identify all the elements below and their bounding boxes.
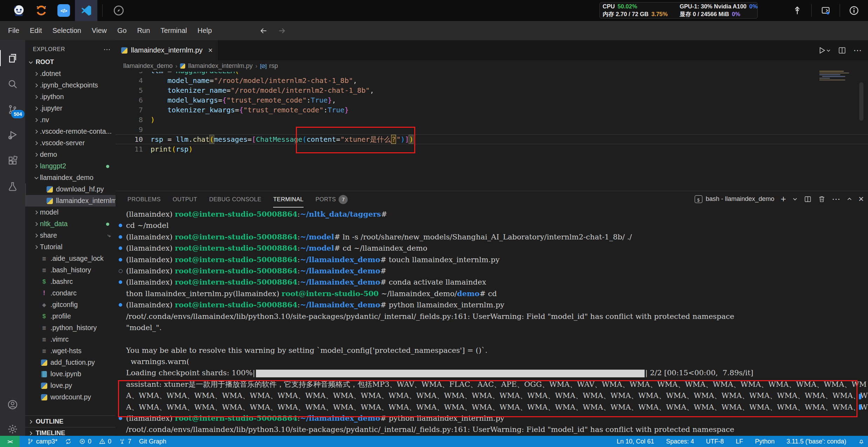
- command-decoration[interactable]: [119, 246, 122, 250]
- folder-item--ipynb-checkpoints[interactable]: .ipynb_checkpoints: [25, 79, 116, 91]
- breadcrumb-symbol[interactable]: rsp: [269, 62, 278, 70]
- nav-forward-icon[interactable]: [277, 26, 286, 35]
- command-decoration[interactable]: [119, 224, 122, 227]
- panel-more-icon[interactable]: ⋯: [832, 194, 840, 204]
- file-item--aide-usage-lock[interactable]: ≣.aide_usage_lock: [25, 253, 116, 264]
- testing-icon[interactable]: [0, 175, 25, 198]
- breadcrumb-folder[interactable]: llamaindex_demo: [123, 62, 173, 70]
- statusbar-item-bell[interactable]: [858, 438, 864, 445]
- menu-item-terminal[interactable]: Terminal: [155, 24, 192, 37]
- new-terminal-icon[interactable]: +: [781, 194, 786, 204]
- statusbar-item-lf[interactable]: LF: [736, 438, 743, 445]
- command-decoration[interactable]: [119, 235, 122, 239]
- folder-item-nltk-data[interactable]: nltk_data: [25, 218, 116, 230]
- panel-tab-ports[interactable]: PORTS7: [315, 191, 348, 208]
- folder-item-demo[interactable]: demo: [25, 149, 116, 160]
- menu-item-go[interactable]: Go: [112, 24, 132, 37]
- panel-tab-terminal[interactable]: TERMINAL: [273, 191, 304, 208]
- folder-item-llamaindex-demo[interactable]: llamaindex_demo: [25, 172, 116, 183]
- account-icon[interactable]: [0, 393, 25, 416]
- code-line-10[interactable]: 10rsp = llm.chat(messages=[ChatMessage(c…: [116, 134, 868, 144]
- statusbar-item-3-11-5-base-conda-[interactable]: 3.11.5 ('base': conda): [786, 438, 846, 445]
- breadcrumb-file[interactable]: llamaindex_internlm.py: [188, 62, 252, 70]
- statusbar-item-spaces-4[interactable]: Spaces: 4: [666, 438, 694, 445]
- panel-tab-output[interactable]: OUTPUT: [173, 191, 197, 208]
- command-decoration[interactable]: [119, 258, 122, 261]
- file-item--condarc[interactable]: !.condarc: [25, 287, 116, 299]
- terminal-dropdown-icon[interactable]: [792, 196, 798, 202]
- statusbar-item-camp3-[interactable]: camp3*: [27, 438, 57, 445]
- statusbar-item-utf-8[interactable]: UTF-8: [706, 438, 724, 445]
- search-sidebar-icon[interactable]: [0, 72, 25, 96]
- code-line-3[interactable]: 3llm = HuggingFaceLLM(: [116, 72, 868, 76]
- folder-item--dotnet[interactable]: .dotnet: [25, 68, 116, 79]
- file-item--python-history[interactable]: ≣.python_history: [25, 322, 116, 334]
- command-decoration[interactable]: [119, 303, 122, 307]
- run-python-button[interactable]: [818, 46, 831, 55]
- folder-item--ipython[interactable]: .ipython: [25, 91, 116, 103]
- explorer-icon[interactable]: [0, 47, 25, 70]
- timeline-section-header[interactable]: TIMELINE: [25, 427, 116, 436]
- folder-item--vscode-remote-conta-[interactable]: .vscode-remote-conta...: [25, 126, 116, 137]
- file-item-wordcount-py[interactable]: wordcount.py: [25, 391, 116, 403]
- panel-tab-debug-console[interactable]: DEBUG CONSOLE: [209, 191, 261, 208]
- code-line-6[interactable]: 6 model_kwargs={"trust_remote_code":True…: [116, 95, 868, 105]
- source-control-icon[interactable]: 504: [0, 98, 25, 121]
- toggle-panel-icon[interactable]: [817, 0, 835, 21]
- folder-item-model[interactable]: model: [25, 207, 116, 218]
- code-editor[interactable]: 3llm = HuggingFaceLLM(4 model_name="/roo…: [116, 72, 868, 191]
- minimap[interactable]: [819, 70, 852, 85]
- nav-back-icon[interactable]: [259, 26, 268, 35]
- command-decoration[interactable]: [119, 280, 122, 284]
- orange-app-icon[interactable]: [30, 0, 53, 21]
- menu-item-help[interactable]: Help: [192, 24, 217, 37]
- run-debug-icon[interactable]: [0, 124, 25, 147]
- menu-item-edit[interactable]: Edit: [25, 24, 47, 37]
- code-line-9[interactable]: 9: [116, 125, 868, 134]
- code-line-7[interactable]: 7 tokenizer_kwargs={"trust_remote_code":…: [116, 105, 868, 115]
- code-app-icon[interactable]: </>: [53, 0, 75, 21]
- explorer-more-icon[interactable]: ⋯: [103, 45, 111, 54]
- info-icon[interactable]: [845, 0, 863, 21]
- panel-tab-problems[interactable]: PROBLEMS: [127, 191, 161, 208]
- file-item--profile[interactable]: $.profile: [25, 310, 116, 322]
- file-item-download-hf-py[interactable]: download_hf.py: [25, 183, 116, 195]
- folder-item-share[interactable]: share⤷: [25, 230, 116, 241]
- root-section-header[interactable]: ROOT: [25, 56, 116, 68]
- menu-item-view[interactable]: View: [86, 24, 112, 37]
- folder-item-langgpt2[interactable]: langgpt2: [25, 160, 116, 172]
- folder-item--nv[interactable]: .nv: [25, 114, 116, 126]
- remote-indicator[interactable]: ><: [0, 436, 20, 447]
- close-panel-icon[interactable]: ×: [859, 194, 864, 204]
- statusbar-item-0[interactable]: 0: [79, 438, 91, 445]
- statusbar-item-ln-10-col-61[interactable]: Ln 10, Col 61: [617, 438, 654, 445]
- upload-icon[interactable]: [788, 0, 806, 21]
- editor-more-icon[interactable]: ⋯: [853, 46, 862, 55]
- vscode-app-icon[interactable]: [75, 0, 97, 21]
- maximize-panel-icon[interactable]: [847, 196, 852, 202]
- file-item--gitconfig[interactable]: ◆.gitconfig: [25, 299, 116, 310]
- code-line-8[interactable]: 8): [116, 115, 868, 125]
- terminal-instance[interactable]: $ bash - llamaindex_demo: [695, 195, 775, 203]
- menu-item-file[interactable]: File: [3, 24, 25, 37]
- file-item-llamaindex-internlm-[interactable]: llamaindex_internlm....: [25, 195, 116, 207]
- statusbar-item-python[interactable]: Python: [755, 438, 775, 445]
- kill-terminal-icon[interactable]: [818, 195, 826, 203]
- file-item--wget-hsts[interactable]: ≣.wget-hsts: [25, 345, 116, 357]
- code-line-11[interactable]: 11print(rsp): [116, 144, 868, 154]
- statusbar-item-0[interactable]: 0: [99, 438, 111, 445]
- tab-llamaindex-internlm[interactable]: llamaindex_internlm.py ×: [116, 40, 218, 60]
- menu-item-selection[interactable]: Selection: [47, 24, 86, 37]
- menu-item-run[interactable]: Run: [132, 24, 155, 37]
- statusbar-item-7[interactable]: 7: [119, 438, 131, 445]
- code-line-5[interactable]: 5 tokenizer_name="/root/model/internlm2-…: [116, 85, 868, 95]
- folder-item--jupyter[interactable]: .jupyter: [25, 103, 116, 114]
- tab-close-icon[interactable]: ×: [208, 46, 213, 55]
- outline-section-header[interactable]: OUTLINE: [25, 415, 116, 427]
- folder-item--vscode-server[interactable]: .vscode-server: [25, 137, 116, 149]
- file-item--bashrc[interactable]: $.bashrc: [25, 276, 116, 287]
- statusbar-item-sync[interactable]: [65, 438, 71, 445]
- code-line-4[interactable]: 4 model_name="/root/model/internlm2-chat…: [116, 76, 868, 85]
- file-item--bash-history[interactable]: ≣.bash_history: [25, 264, 116, 276]
- extensions-icon[interactable]: [0, 149, 25, 173]
